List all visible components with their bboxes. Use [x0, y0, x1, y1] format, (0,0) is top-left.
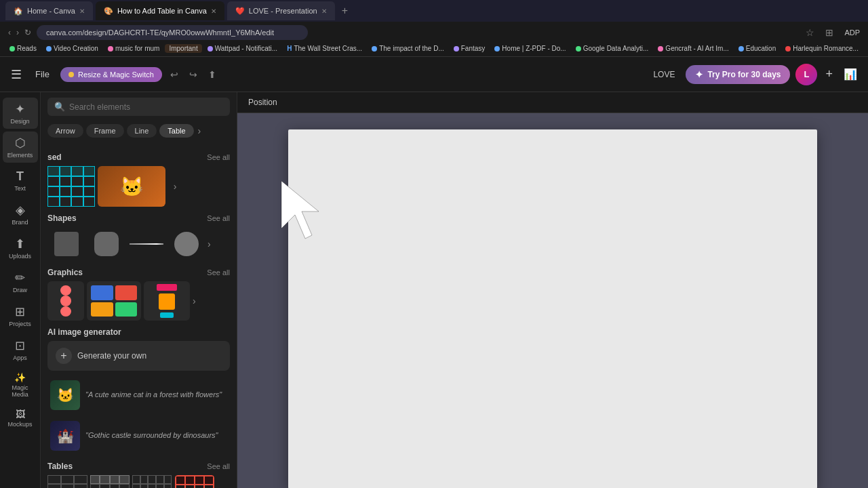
sidebar-item-design[interactable]: ✦ Design: [3, 98, 38, 129]
search-icon: 🔍: [54, 102, 65, 112]
sidebar-item-apps[interactable]: ⊡ Apps: [3, 334, 38, 365]
forward-icon[interactable]: ›: [16, 28, 19, 37]
bookmark-wsj[interactable]: H The Wall Street Cras...: [283, 44, 366, 53]
tab-2[interactable]: 🎨 How to Add Table in Canva ✕: [96, 1, 224, 20]
featured-next-arrow[interactable]: ›: [168, 166, 182, 207]
shapes-row: ›: [47, 227, 230, 261]
new-tab-button[interactable]: +: [338, 5, 352, 17]
chart-icon[interactable]: 📊: [841, 65, 860, 83]
bookmark-fantasy[interactable]: Fantasy: [450, 44, 490, 53]
graphics-more[interactable]: ›: [193, 281, 206, 321]
resize-magic-switch-button[interactable]: Resize & Magic Switch: [60, 67, 162, 82]
tab-3-close[interactable]: ✕: [321, 7, 327, 15]
tab-arrow[interactable]: Arrow: [47, 124, 83, 138]
tab-bar: 🏠 Home - Canva ✕ 🎨 How to Add Table in C…: [0, 0, 868, 22]
table-thumb-1[interactable]: [47, 475, 87, 488]
undo-button[interactable]: ↩: [167, 66, 181, 83]
graphic-circle-1: [60, 285, 71, 296]
shape-line-item[interactable]: [127, 227, 165, 261]
ai-prompt-2[interactable]: 🏰 "Gothic castle surrounded by dinosaurs…: [47, 417, 230, 455]
sidebar-item-brand[interactable]: ◈ Brand: [3, 199, 38, 230]
shape-square-item[interactable]: [47, 227, 85, 261]
apps-icon: ⊡: [15, 338, 25, 353]
bookmark-zpdf-icon: [494, 46, 500, 52]
graphics-see-all[interactable]: See all: [207, 268, 230, 277]
bookmark-free-books[interactable]: Free Download Books: [864, 44, 868, 53]
refresh-icon[interactable]: ↻: [24, 28, 31, 37]
mockups-icon: 🖼: [16, 409, 25, 420]
bookmark-education-icon: [738, 46, 744, 52]
element-tabs: Arrow Frame Line Table ›: [41, 121, 237, 140]
tab-3[interactable]: ❤️ LOVE - Presentation ✕: [227, 1, 335, 20]
tab-2-close[interactable]: ✕: [211, 7, 216, 15]
bookmark-gencraft-icon: [658, 46, 663, 52]
featured-table-item[interactable]: [47, 166, 95, 207]
graphic-circle-3: [60, 306, 71, 317]
sidebar-item-uploads[interactable]: ⬆ Uploads: [3, 232, 38, 264]
search-input[interactable]: [69, 102, 223, 112]
canvas-workspace[interactable]: Activate finder: [237, 113, 868, 488]
bookmark-zpdf[interactable]: Home | Z-PDF - Do...: [490, 44, 570, 53]
tables-title: Tables: [47, 462, 73, 471]
extensions-icon[interactable]: ⊞: [825, 27, 833, 38]
graphic-rects[interactable]: [87, 281, 141, 321]
star-icon[interactable]: ☆: [806, 27, 814, 38]
graphic-circles[interactable]: [47, 281, 84, 321]
ai-prompt-1[interactable]: 🐱 "A cute anime cat in a forest with flo…: [47, 376, 230, 414]
featured-image-item[interactable]: 🐱: [98, 166, 165, 207]
redo-button[interactable]: ↪: [186, 66, 200, 83]
tables-more[interactable]: ›: [217, 475, 230, 488]
bookmark-gencraft[interactable]: Gencraft - AI Art Im...: [654, 44, 732, 53]
address-input[interactable]: [37, 25, 308, 40]
bookmark-harlequin[interactable]: Harlequin Romance...: [781, 44, 863, 53]
tab-frame[interactable]: Frame: [86, 124, 124, 138]
bookmark-video-icon: [46, 46, 52, 52]
share-icon[interactable]: ⬆: [205, 66, 219, 83]
sidebar-item-draw[interactable]: ✏ Draw: [3, 266, 38, 298]
try-pro-button[interactable]: ✦ Try Pro for 30 days: [686, 65, 790, 84]
tab-1-close[interactable]: ✕: [79, 7, 85, 15]
canvas-page[interactable]: [288, 129, 817, 489]
tab-1[interactable]: 🏠 Home - Canva ✕: [5, 1, 93, 20]
sidebar-item-mockups[interactable]: 🖼 Mockups: [3, 405, 38, 432]
bookmark-wattpad[interactable]: Wattpad - Notificati...: [203, 44, 281, 53]
bookmark-reads[interactable]: Reads: [5, 44, 41, 53]
bookmark-music[interactable]: music for mum: [104, 44, 164, 53]
table-thumb-2[interactable]: [90, 475, 130, 488]
tabs-more-icon[interactable]: ›: [198, 125, 201, 136]
file-menu[interactable]: File: [30, 66, 55, 82]
search-wrapper[interactable]: 🔍: [47, 98, 230, 116]
ai-generate-button[interactable]: + Generate your own: [47, 341, 230, 371]
shapes-title: Shapes: [47, 214, 77, 223]
uploads-icon: ⬆: [15, 237, 25, 251]
sidebar-item-text[interactable]: T Text: [3, 165, 38, 196]
add-icon[interactable]: +: [823, 64, 835, 84]
sidebar-item-magic-media[interactable]: ✨ Magic Media: [3, 368, 38, 402]
menu-icon[interactable]: ☰: [8, 64, 24, 85]
graphic-shapes[interactable]: [144, 281, 190, 321]
bookmark-video[interactable]: Video Creation: [42, 44, 102, 53]
bookmark-impact[interactable]: The impact of the D...: [368, 44, 448, 53]
tables-see-all[interactable]: See all: [207, 462, 230, 470]
back-icon[interactable]: ‹: [8, 28, 11, 37]
bookmark-education[interactable]: Education: [734, 44, 780, 53]
avatar[interactable]: L: [795, 64, 817, 85]
table-thumb-4[interactable]: [175, 475, 215, 488]
try-pro-label: Try Pro for 30 days: [707, 70, 781, 79]
bookmark-important[interactable]: Important: [165, 44, 201, 53]
sidebar-item-projects[interactable]: ⊞ Projects: [3, 300, 38, 331]
bookmark-google-data[interactable]: Google Data Analyti...: [572, 44, 653, 53]
shapes-section-header: Shapes See all: [47, 214, 230, 223]
shapes-see-all[interactable]: See all: [207, 214, 230, 222]
tab-table[interactable]: Table: [159, 124, 193, 138]
bookmark-music-icon: [108, 46, 113, 52]
shape-circle-item[interactable]: [167, 227, 205, 261]
table-thumb-3[interactable]: [132, 475, 172, 488]
shape-rounded-item[interactable]: [87, 227, 125, 261]
shapes-more[interactable]: ›: [208, 227, 224, 261]
tab-line[interactable]: Line: [127, 124, 157, 138]
graphic-orange-sq: [159, 293, 175, 310]
featured-see-all[interactable]: See all: [207, 153, 230, 161]
tab-3-label: LOVE - Presentation: [249, 7, 317, 15]
sidebar-item-elements[interactable]: ⬡ Elements: [3, 131, 38, 163]
